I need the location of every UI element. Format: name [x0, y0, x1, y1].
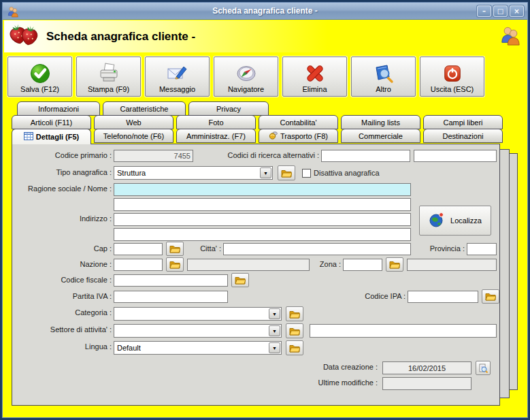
tab-dettagli[interactable]: Dettagli (F5)	[12, 129, 91, 144]
tab-telefono-note[interactable]: Telefono/note (F6)	[94, 129, 173, 143]
close-button[interactable]: ×	[510, 5, 524, 17]
zona-lookup-button[interactable]	[386, 257, 403, 272]
codice-ricerca-2-field[interactable]	[414, 150, 497, 162]
nazione-field[interactable]	[114, 259, 163, 271]
tab-amministraz[interactable]: Amministraz. (F7)	[176, 129, 256, 143]
book-magnifier-icon	[373, 62, 395, 85]
indirizzo-1-field[interactable]	[114, 213, 411, 226]
settore-descrizione-field[interactable]	[310, 324, 497, 338]
categoria-select[interactable]: ▼	[114, 307, 282, 321]
ragione-sociale-field[interactable]	[114, 183, 411, 196]
tab-trasporto[interactable]: Trasporto (F8)	[259, 129, 338, 143]
save-button-label: Salva (F12)	[20, 85, 59, 93]
folder-icon	[289, 327, 300, 336]
app-window: Scheda anagrafica cliente - – □ ×	[0, 0, 530, 420]
codice-primario-field[interactable]	[114, 150, 193, 162]
other-button-label: Altro	[376, 85, 391, 93]
print-button-label: Stampa (F9)	[88, 85, 129, 93]
ragione-sociale-2-field[interactable]	[114, 198, 411, 211]
indirizzo-2-field[interactable]	[114, 228, 411, 241]
data-creazione-field[interactable]	[382, 361, 471, 374]
localizza-button-label: Localizza	[450, 216, 482, 225]
partita-iva-field[interactable]	[114, 291, 228, 303]
codice-fiscale-lookup-button[interactable]	[231, 273, 249, 287]
minimize-button[interactable]: –	[477, 5, 491, 17]
zona-label: Zona :	[309, 260, 341, 268]
disattiva-anagrafica-checkbox[interactable]	[302, 169, 311, 178]
tab-articoli[interactable]: Articoli (F11)	[12, 115, 91, 129]
citta-label: Citta' :	[178, 244, 221, 253]
people-icon[interactable]	[500, 25, 520, 48]
provincia-label: Provincia :	[415, 244, 465, 253]
provincia-field[interactable]	[467, 243, 497, 255]
codice-fiscale-field[interactable]	[114, 274, 228, 287]
exit-button[interactable]: Uscita (ESC)	[420, 56, 484, 97]
cap-label: Cap :	[12, 244, 112, 253]
folder-icon	[389, 260, 400, 269]
codice-ipa-field[interactable]	[408, 291, 478, 303]
tab-privacy[interactable]: Privacy	[188, 101, 269, 116]
magnifier-doc-icon	[478, 364, 488, 373]
window-controls: – □ ×	[477, 5, 524, 17]
settore-label: Settore di attivita' :	[12, 325, 112, 334]
tipo-anagrafica-select[interactable]: Struttura ▼	[114, 166, 273, 180]
settore-select[interactable]: ▼	[114, 324, 282, 338]
tab-commerciale[interactable]: Commerciale	[341, 129, 420, 143]
maximize-button[interactable]: □	[493, 5, 508, 17]
power-icon	[442, 62, 463, 85]
delete-button[interactable]: Elimina	[282, 56, 347, 97]
chevron-down-icon[interactable]: ▼	[269, 308, 280, 319]
printer-icon	[98, 62, 120, 85]
ragione-sociale-label: Ragione sociale / Nome :	[12, 184, 112, 193]
data-creazione-label: Data creazione :	[230, 363, 378, 371]
codice-ricerca-1-field[interactable]	[321, 150, 410, 162]
categoria-label: Categoria :	[12, 308, 112, 317]
table-icon	[24, 132, 33, 142]
settore-lookup-button[interactable]	[286, 323, 303, 338]
tab-caratteristiche[interactable]: Caratteristiche	[103, 101, 186, 116]
chevron-down-icon[interactable]: ▼	[269, 342, 280, 353]
folder-icon	[235, 276, 246, 285]
strawberry-icon	[10, 22, 38, 51]
cap-field[interactable]	[114, 243, 163, 255]
tab-foto[interactable]: Foto	[176, 115, 256, 129]
delete-button-label: Elimina	[302, 85, 327, 93]
nazione-lookup-button[interactable]	[166, 257, 184, 272]
codice-fiscale-label: Codice fiscale :	[12, 276, 112, 284]
window-title: Scheda anagrafica cliente -	[3, 6, 527, 16]
exit-button-label: Uscita (ESC)	[431, 85, 474, 93]
folder-icon	[289, 310, 300, 319]
lingua-lookup-button[interactable]	[286, 340, 303, 355]
lingua-select[interactable]: Default ▼	[114, 341, 282, 355]
nazione-label: Nazione :	[12, 260, 112, 268]
codice-primario-label: Codice primario :	[12, 151, 112, 159]
save-button[interactable]: Salva (F12)	[7, 56, 72, 97]
zona-descrizione-field	[407, 259, 497, 271]
tab-contabilita[interactable]: Contabilita'	[259, 115, 338, 129]
tab-mailing-lists[interactable]: Mailing lists	[341, 115, 420, 129]
transport-icon	[269, 131, 278, 141]
tab-destinazioni[interactable]: Destinazioni	[423, 129, 503, 143]
tab-web[interactable]: Web	[94, 115, 173, 129]
tipo-anagrafica-lookup-button[interactable]	[278, 165, 295, 180]
categoria-lookup-button[interactable]	[286, 306, 303, 321]
zona-field[interactable]	[343, 259, 382, 271]
folder-icon	[485, 292, 496, 301]
message-button[interactable]: Messaggio	[145, 56, 210, 97]
print-button[interactable]: Stampa (F9)	[76, 56, 141, 97]
other-button[interactable]: Altro	[351, 56, 416, 97]
lingua-label: Lingua :	[12, 342, 112, 351]
dettagli-panel: Codice primario : Codici di ricerca alte…	[12, 144, 500, 406]
citta-field[interactable]	[223, 243, 411, 255]
navigator-button[interactable]: Navigatore	[214, 56, 278, 97]
chevron-down-icon[interactable]: ▼	[269, 325, 280, 336]
codice-ipa-lookup-button[interactable]	[482, 289, 499, 304]
globe-icon	[429, 212, 445, 229]
chevron-down-icon[interactable]: ▼	[260, 167, 271, 178]
data-creazione-history-button[interactable]	[476, 361, 491, 375]
tab-campi-liberi[interactable]: Campi liberi	[423, 115, 503, 129]
folder-icon	[289, 344, 300, 353]
tab-informazioni[interactable]: Informazioni	[17, 101, 100, 116]
page-title: Scheda anagrafica cliente -	[46, 30, 195, 44]
localizza-button[interactable]: Localizza	[419, 206, 491, 236]
